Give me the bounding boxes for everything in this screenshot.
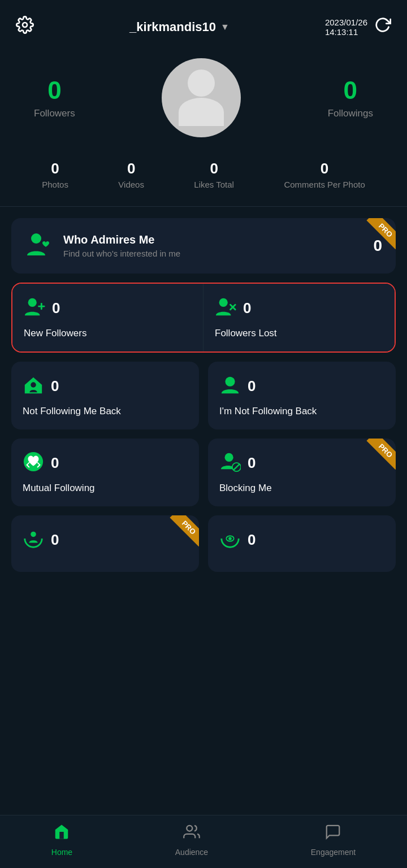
engagement-icon xyxy=(324,823,341,844)
likes-label: Likes Total xyxy=(194,180,234,189)
not-following-back-count: 0 xyxy=(51,377,59,395)
date-text: 2023/01/26 xyxy=(325,18,367,27)
followers-lost-icon xyxy=(215,296,236,320)
svg-point-18 xyxy=(228,537,232,540)
avatar[interactable] xyxy=(162,58,241,137)
audience-icon xyxy=(183,823,200,844)
videos-count: 0 xyxy=(127,160,135,177)
datetime: 2023/01/26 14:13:11 xyxy=(325,18,367,37)
followings-stat[interactable]: 0 Followings xyxy=(328,76,373,119)
blocking-me-pro-label: PRO xyxy=(366,439,396,470)
followers-lost-card[interactable]: 0 Followers Lost xyxy=(204,284,395,351)
who-admires-title: Who Admires Me xyxy=(63,233,180,246)
im-not-following-icon xyxy=(219,374,241,398)
bottom-right-card[interactable]: 0 xyxy=(208,515,396,572)
blocking-me-card[interactable]: 0 Blocking Me PRO xyxy=(208,439,396,506)
bottom-left-icon xyxy=(23,528,44,552)
nav-audience[interactable]: Audience xyxy=(175,823,208,857)
comments-stat: 0 Comments Per Photo xyxy=(284,160,365,189)
new-followers-header: 0 xyxy=(24,296,192,320)
bottom-left-card[interactable]: 0 PRO xyxy=(11,515,199,572)
not-following-back-icon xyxy=(23,374,44,398)
audience-label: Audience xyxy=(175,848,208,857)
highlighted-cards-wrapper: 0 New Followers 0 Followers Lost xyxy=(11,283,396,353)
mutual-following-count: 0 xyxy=(51,454,59,472)
photos-stat: 0 Photos xyxy=(42,160,68,189)
bottom-right-icon xyxy=(219,528,241,552)
blocking-me-icon xyxy=(219,451,241,475)
comments-label: Comments Per Photo xyxy=(284,180,365,189)
header: _kirkmandis10 ▼ 2023/01/26 14:13:11 xyxy=(0,0,407,47)
videos-label: Videos xyxy=(118,180,144,189)
svg-point-1 xyxy=(31,233,41,244)
engagement-label: Engagement xyxy=(311,848,356,857)
svg-point-8 xyxy=(31,382,36,388)
profile-section: 0 Followers 0 Followings xyxy=(0,47,407,154)
im-not-following-header: 0 xyxy=(219,374,384,398)
svg-point-2 xyxy=(28,298,37,307)
bottom-left-count: 0 xyxy=(51,531,59,549)
not-following-back-card[interactable]: 0 Not Following Me Back xyxy=(11,362,199,429)
not-following-back-label: Not Following Me Back xyxy=(23,406,188,417)
svg-point-15 xyxy=(31,532,36,537)
username-dropdown[interactable]: _kirkmandis10 ▼ xyxy=(129,20,230,34)
new-followers-icon xyxy=(24,296,45,320)
followers-lost-header: 0 xyxy=(215,296,383,320)
pro-badge: PRO xyxy=(360,218,396,254)
bottom-right-count: 0 xyxy=(248,531,256,549)
mutual-following-card[interactable]: 0 Mutual Following xyxy=(11,439,199,506)
im-not-following-label: I'm Not Following Back xyxy=(219,406,384,417)
new-followers-card[interactable]: 0 New Followers xyxy=(12,284,204,351)
followers-label: Followers xyxy=(34,108,75,119)
comments-count: 0 xyxy=(321,160,328,177)
bottom-nav: Home Audience Engagement xyxy=(0,815,407,868)
svg-point-0 xyxy=(23,23,27,27)
header-right: 2023/01/26 14:13:11 xyxy=(325,16,391,37)
nav-engagement[interactable]: Engagement xyxy=(311,823,356,857)
followers-lost-label: Followers Lost xyxy=(215,328,383,339)
pro-label: PRO xyxy=(366,218,396,249)
followings-count: 0 xyxy=(344,76,357,105)
new-followers-count: 0 xyxy=(52,300,60,317)
followers-stat[interactable]: 0 Followers xyxy=(34,76,75,119)
im-not-following-count: 0 xyxy=(248,377,256,395)
who-admires-subtitle: Find out who's interested in me xyxy=(63,249,180,258)
bottom-left-pro-badge: PRO xyxy=(163,515,199,552)
svg-point-9 xyxy=(225,377,235,387)
followers-count: 0 xyxy=(47,76,61,105)
row-3: 0 Mutual Following 0 Blocking Me xyxy=(11,439,396,506)
blocking-me-pro-badge: PRO xyxy=(360,439,396,475)
row-2: 0 Not Following Me Back 0 I'm Not Follow… xyxy=(11,362,396,429)
mutual-following-label: Mutual Following xyxy=(23,483,188,494)
home-label: Home xyxy=(51,848,72,857)
settings-icon[interactable] xyxy=(16,16,34,38)
svg-point-19 xyxy=(187,826,192,831)
who-admires-text: Who Admires Me Find out who's interested… xyxy=(63,233,180,258)
im-not-following-card[interactable]: 0 I'm Not Following Back xyxy=(208,362,396,429)
home-icon xyxy=(53,823,70,844)
blocking-me-label: Blocking Me xyxy=(219,483,384,494)
svg-point-11 xyxy=(225,453,233,462)
nav-home[interactable]: Home xyxy=(51,823,72,857)
likes-count: 0 xyxy=(210,160,218,177)
username-text: _kirkmandis10 xyxy=(129,20,216,34)
not-following-back-header: 0 xyxy=(23,374,188,398)
who-admires-icon xyxy=(25,231,53,261)
time-text: 14:13:11 xyxy=(325,27,367,37)
mutual-following-icon xyxy=(23,451,44,475)
refresh-icon[interactable] xyxy=(374,16,391,37)
videos-stat: 0 Videos xyxy=(118,160,144,189)
mini-stats-row: 0 Photos 0 Videos 0 Likes Total 0 Commen… xyxy=(0,154,407,207)
cards-area: Who Admires Me Find out who's interested… xyxy=(0,207,407,628)
row-4: 0 PRO 0 xyxy=(11,515,396,572)
photos-count: 0 xyxy=(51,160,59,177)
new-followers-label: New Followers xyxy=(24,328,192,339)
photos-label: Photos xyxy=(42,180,68,189)
followers-lost-count: 0 xyxy=(243,300,251,317)
who-admires-left: Who Admires Me Find out who's interested… xyxy=(25,231,180,261)
svg-point-5 xyxy=(219,298,228,307)
mutual-following-header: 0 xyxy=(23,451,188,475)
who-admires-card[interactable]: Who Admires Me Find out who's interested… xyxy=(11,218,396,274)
bottom-right-header: 0 xyxy=(219,528,384,552)
blocking-me-count: 0 xyxy=(248,454,256,472)
